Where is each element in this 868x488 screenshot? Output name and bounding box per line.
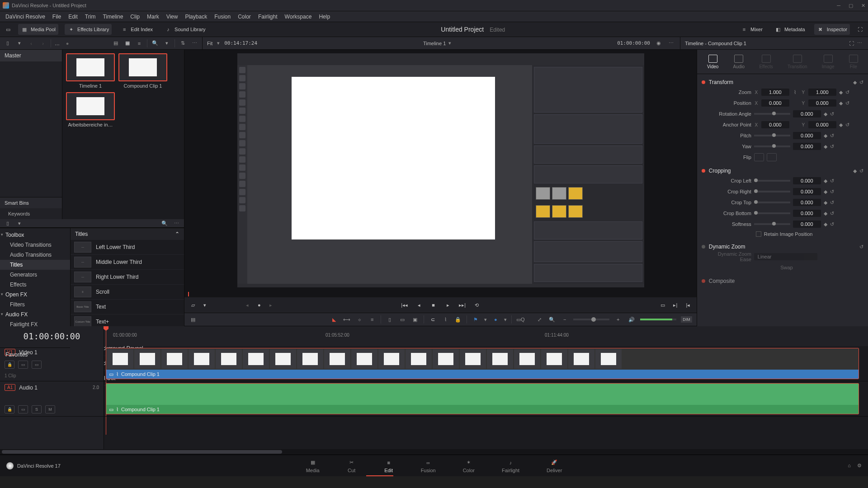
menu-mark[interactable]: Mark [143, 14, 163, 20]
keyframe-icon[interactable]: ◆ [839, 100, 843, 106]
flag-icon[interactable]: ⚑ [472, 315, 480, 324]
inspector-button[interactable]: ✖Inspector [814, 24, 850, 35]
trim-tool-icon[interactable]: ⟷ [343, 315, 351, 324]
keyframe-icon[interactable]: ◆ [839, 89, 843, 95]
record-icon[interactable]: ● [63, 39, 71, 47]
menu-fairlight[interactable]: Fairlight [255, 14, 281, 20]
rotation-slider[interactable] [754, 113, 790, 115]
inspector-tab-transition[interactable]: Transition [788, 55, 807, 69]
reset-icon[interactable]: ↺ [830, 111, 834, 117]
more-icon[interactable]: ⋯ [855, 39, 863, 47]
clip-card[interactable]: Timeline 1 [66, 53, 115, 89]
reset-icon[interactable]: ↺ [830, 200, 834, 206]
edit-index-button[interactable]: ≡Edit Index [118, 24, 156, 35]
yaw-slider[interactable] [754, 145, 790, 147]
chevron-down-icon[interactable]: ▾ [448, 40, 451, 46]
index-icon[interactable]: ▭Q [516, 315, 524, 324]
pitch-slider[interactable] [754, 135, 790, 136]
match-frame-icon[interactable]: ▭ [659, 301, 667, 309]
timeline-scrollbar[interactable] [0, 449, 868, 455]
chevron-down-icon[interactable]: ▾ [163, 39, 171, 47]
keyframe-icon[interactable]: ◆ [824, 189, 827, 195]
viewer-zoom[interactable]: Fit [207, 41, 212, 46]
timeline-view-options-icon[interactable]: ▤ [189, 315, 197, 324]
fx-item[interactable]: —Left Lower Third [71, 240, 184, 255]
inspector-tab-effects[interactable]: Effects [759, 55, 773, 69]
softness-field[interactable]: 0.000 [793, 221, 821, 228]
link-icon[interactable]: ⌇ [441, 315, 449, 324]
fx-tree-titles[interactable]: Titles [0, 260, 70, 270]
search-icon[interactable]: 🔍 [151, 39, 159, 47]
menu-color[interactable]: Color [234, 14, 255, 20]
inspector-tab-video[interactable]: Video [707, 55, 718, 69]
jog-icon[interactable]: ● [255, 301, 263, 309]
bin-master[interactable]: Master [0, 50, 62, 61]
fx-tree-fairlightfx[interactable]: Fairlight FX [0, 319, 70, 329]
nav-fwd-icon[interactable]: › [39, 39, 47, 47]
play-reverse-icon[interactable]: ◂ [415, 301, 423, 309]
blade-tool-icon[interactable]: ≡ [368, 315, 376, 324]
maximize-icon[interactable]: ▢ [849, 3, 853, 9]
anchor-x-field[interactable]: 0.000 [761, 121, 789, 128]
retain-checkbox[interactable] [756, 231, 761, 237]
audio-track-header[interactable]: A1Audio 12.0 🔒▭SM [0, 381, 104, 417]
menu-fusion[interactable]: Fusion [211, 14, 234, 20]
menu-help[interactable]: Help [315, 14, 334, 20]
more-icon[interactable]: ⋯ [172, 219, 180, 227]
reset-icon[interactable]: ↺ [830, 144, 834, 150]
sort-icon[interactable]: ⇅ [179, 39, 187, 47]
ease-select[interactable]: Linear [754, 253, 817, 260]
timeline-timecode[interactable]: 01:00:00:00 [24, 331, 80, 341]
menu-davinci[interactable]: DaVinci Resolve [2, 14, 49, 20]
reset-icon[interactable]: ↺ [859, 244, 863, 250]
viewer[interactable] [184, 50, 697, 291]
sound-library-button[interactable]: ♪Sound Library [162, 24, 208, 35]
chevron-down-icon[interactable]: ▾ [504, 317, 507, 323]
fx-item[interactable]: ≡Scroll [71, 285, 184, 300]
keyframe-icon[interactable]: ◆ [824, 211, 827, 216]
zoom-to-fit-icon[interactable]: ⤢ [535, 315, 543, 324]
viewer-scrubber[interactable] [184, 291, 697, 297]
lock-icon[interactable]: 🔒 [5, 405, 14, 413]
keyframe-icon[interactable]: ◆ [824, 221, 827, 227]
link-icon[interactable]: ⌇ [792, 89, 798, 95]
fx-tree-toolbox[interactable]: ▾Toolbox [0, 230, 70, 240]
menu-playback[interactable]: Playback [181, 14, 211, 20]
bin-view-icon[interactable]: ▯ [4, 39, 12, 47]
menu-file[interactable]: File [49, 14, 65, 20]
pos-y-field[interactable]: 0.000 [808, 99, 836, 107]
chevron-down-icon[interactable]: ▾ [201, 301, 209, 309]
zoom-x-field[interactable]: 1.000 [761, 89, 789, 96]
first-frame-icon[interactable]: |◂◂ [401, 301, 409, 309]
detail-zoom-icon[interactable]: 🔍 [548, 315, 556, 324]
clip-card[interactable]: Arbeitsbereiche in… [66, 92, 115, 127]
reset-icon[interactable]: ↺ [830, 211, 834, 216]
marker-icon[interactable]: ● [491, 315, 500, 324]
page-edit[interactable]: ≡Edit [384, 459, 394, 473]
volume-icon[interactable]: 🔊 [627, 315, 636, 324]
chevron-down-icon[interactable]: ▾ [15, 219, 24, 227]
page-color[interactable]: ✶Color [463, 459, 475, 473]
home-icon[interactable]: ⌂ [848, 463, 851, 469]
menu-view[interactable]: View [163, 14, 182, 20]
menu-clip[interactable]: Clip [127, 14, 143, 20]
collapse-icon[interactable]: ⌃ [175, 231, 179, 237]
video-clip[interactable]: ▭⌇Compound Clip 1 [106, 348, 859, 379]
crop-top-slider[interactable] [754, 202, 790, 203]
stop-icon[interactable]: ■ [429, 301, 438, 309]
crop-right-slider[interactable] [754, 191, 790, 192]
clip-card[interactable]: Compound Clip 1 [118, 53, 167, 89]
enable-dot-icon[interactable] [702, 80, 705, 84]
keyframe-icon[interactable]: ◆ [824, 144, 827, 150]
search-icon[interactable]: 🔍 [160, 219, 169, 227]
fx-item[interactable]: Basic TitleText [71, 300, 184, 314]
fx-tree-audio-trans[interactable]: Audio Transitions [0, 250, 70, 260]
keyframe-icon[interactable]: ◆ [824, 200, 827, 206]
snapping-icon[interactable]: ⊂ [429, 315, 437, 324]
chevron-down-icon[interactable]: ▾ [217, 40, 220, 46]
zoom-in-icon[interactable]: + [614, 315, 622, 324]
crop-left-slider[interactable] [754, 180, 790, 182]
mute-icon[interactable]: M [45, 405, 55, 413]
chevron-down-icon[interactable]: ▾ [15, 39, 24, 47]
crop-top-field[interactable]: 0.000 [793, 199, 821, 206]
